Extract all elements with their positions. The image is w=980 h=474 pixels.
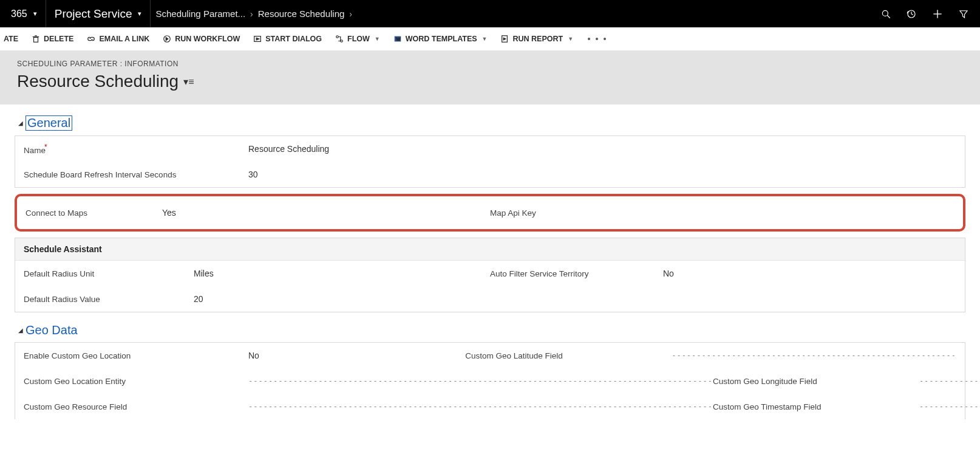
field-label: Connect to Maps [26,208,162,218]
recent-icon[interactable] [906,9,917,19]
svg-point-12 [336,36,339,38]
field-label: Auto Filter Service Territory [490,269,663,278]
field-value: 30 [248,170,258,179]
collapse-caret-icon: ◢ [18,327,23,334]
field-label: Default Radius Value [24,295,194,304]
search-icon[interactable] [880,9,891,19]
row-radius-unit: Default Radius Unit Miles Auto Filter Se… [15,261,965,286]
field-label: Map Api Key [490,208,663,218]
custom-geo-resource-field[interactable]: Custom Geo Resource Field --------------… [24,402,713,411]
email-link-button[interactable]: EMAIL A LINK [87,32,149,46]
cmd-label: RUN WORKFLOW [175,35,240,43]
field-value: Resource Scheduling [248,144,329,154]
general-card: Name* Resource Scheduling Schedule Board… [15,136,965,188]
cmd-label: FLOW [347,35,370,43]
default-radius-unit-field[interactable]: Default Radius Unit Miles [24,269,490,278]
custom-geo-timestamp-field[interactable]: Custom Geo Timestamp Field -------------… [713,402,980,411]
field-value: No [663,269,674,278]
header-title-row: Resource Scheduling ▾≡ [17,72,963,91]
page-header: SCHEDULING PARAMETER : INFORMATION Resou… [0,51,980,105]
svg-marker-11 [256,38,259,40]
auto-filter-territory-field[interactable]: Auto Filter Service Territory No [490,269,956,278]
connect-maps-field[interactable]: Connect to Maps Yes [26,208,490,218]
cmd-label: EMAIL A LINK [99,35,149,43]
brand-menu[interactable]: 365 ▾ [0,0,46,27]
top-nav-left: 365 ▾ Project Service ▾ Scheduling Param… [0,0,352,27]
chevron-right-icon: › [349,9,352,19]
default-radius-value-field[interactable]: Default Radius Value 20 [24,294,490,304]
field-label: Custom Geo Longitude Field [713,377,919,386]
flow-button[interactable]: FLOW ▼ [335,32,380,46]
add-icon[interactable] [931,8,944,20]
caret-down-icon: ▼ [568,36,573,42]
custom-geo-longitude-field[interactable]: Custom Geo Longitude Field -------------… [713,377,980,386]
dialog-icon [253,35,262,43]
start-dialog-button[interactable]: START DIALOG [253,32,322,46]
page-title: Resource Scheduling [17,72,179,91]
section-header-general[interactable]: ◢ General [18,115,974,131]
section-title: Geo Data [26,323,78,337]
field-label: Schedule Board Refresh Interval Seconds [24,170,248,179]
geo-card: Enable Custom Geo Location No Custom Geo… [15,342,965,419]
custom-geo-location-entity-field[interactable]: Custom Geo Location Entity -------------… [24,377,713,386]
more-commands[interactable] [587,35,607,43]
workflow-icon [163,35,171,43]
chevron-down-icon: ▾ [138,10,141,18]
form-content: ◢ General Name* Resource Scheduling Sche… [0,105,980,419]
field-value: 20 [194,294,203,304]
header-menu-icon[interactable]: ▾≡ [183,76,194,88]
geo-row-0: Enable Custom Geo Location No Custom Geo… [15,343,965,368]
field-value: Yes [162,208,176,218]
field-refresh-interval[interactable]: Schedule Board Refresh Interval Seconds … [15,162,965,187]
cmd-label: START DIALOG [265,35,322,43]
delete-button[interactable]: DELETE [32,32,73,46]
header-subtitle: SCHEDULING PARAMETER : INFORMATION [17,60,963,68]
brand-label: 365 [9,9,27,19]
top-nav: 365 ▾ Project Service ▾ Scheduling Param… [0,0,980,27]
run-workflow-button[interactable]: RUN WORKFLOW [163,32,240,46]
label-text: Name [24,146,46,155]
collapse-caret-icon: ◢ [18,120,23,126]
caret-down-icon: ▼ [375,36,380,42]
field-name[interactable]: Name* Resource Scheduling [15,136,965,162]
cmd-label: WORD TEMPLATES [406,35,477,43]
cmd-label: DELETE [44,35,73,43]
breadcrumb-item[interactable]: Scheduling Paramet... [151,9,250,19]
filter-icon[interactable] [958,9,969,19]
svg-point-0 [882,10,888,16]
section-title: General [26,115,72,131]
cmd-label: ATE [4,35,18,43]
section-header-geo[interactable]: ◢ Geo Data [18,323,974,337]
map-api-key-field[interactable]: Map Api Key [490,208,954,218]
breadcrumb: Scheduling Paramet... › Resource Schedul… [151,9,352,19]
run-report-button[interactable]: RUN REPORT ▼ [500,32,573,46]
svg-text:W: W [396,37,400,41]
command-bar: ATE DELETE EMAIL A LINK RUN WORKFLOW STA… [0,27,980,51]
field-value: Miles [194,269,214,278]
cmd-deactivate[interactable]: ATE [4,32,18,46]
app-label: Project Service [55,7,132,21]
field-label: Custom Geo Timestamp Field [713,402,919,411]
field-value: ----------------------------------------… [248,377,713,385]
link-icon [87,35,95,43]
app-menu[interactable]: Project Service ▾ [46,0,151,27]
flow-icon [335,35,344,43]
geo-row-2: Custom Geo Resource Field --------------… [15,394,965,419]
trash-icon [32,35,40,43]
custom-geo-latitude-field[interactable]: Custom Geo Latitude Field --------------… [465,351,956,360]
word-templates-button[interactable]: W WORD TEMPLATES ▼ [393,32,488,46]
svg-rect-6 [34,37,38,42]
field-label: Name* [24,143,248,155]
top-nav-right [880,8,980,20]
breadcrumb-item[interactable]: Resource Scheduling [253,9,350,19]
schedule-assistant-card: Schedule Assistant Default Radius Unit M… [15,238,965,312]
field-label: Custom Geo Latitude Field [465,351,672,360]
field-label: Enable Custom Geo Location [24,351,248,360]
svg-marker-5 [960,10,967,17]
field-label: Custom Geo Location Entity [24,377,248,386]
enable-custom-geo-field[interactable]: Enable Custom Geo Location No [24,351,465,360]
field-value: ----------------------------------------… [248,402,713,411]
required-indicator: * [44,143,47,151]
svg-marker-17 [504,38,506,40]
caret-down-icon: ▼ [482,36,488,42]
